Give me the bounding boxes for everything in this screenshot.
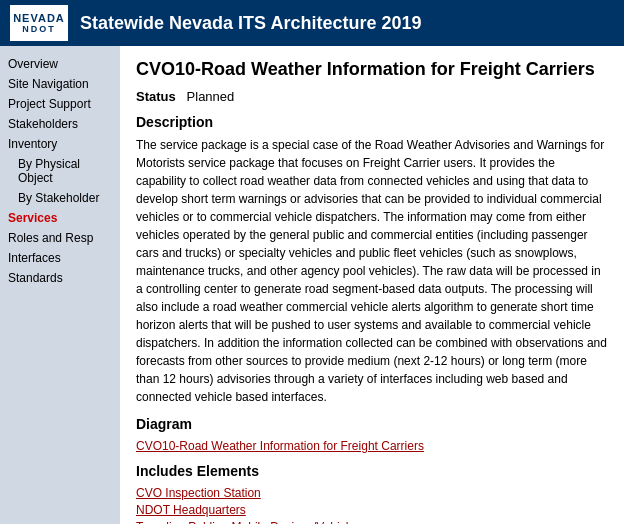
sidebar: OverviewSite NavigationProject SupportSt…: [0, 46, 120, 524]
main-content: CVO10-Road Weather Information for Freig…: [120, 46, 624, 524]
diagram-link[interactable]: CVO10-Road Weather Information for Freig…: [136, 439, 424, 453]
status-row: Status Planned: [136, 89, 608, 104]
logo-nevada-text: NEVADA: [13, 12, 65, 24]
app-header: NEVADA NDOT Statewide Nevada ITS Archite…: [0, 0, 624, 46]
includes-heading: Includes Elements: [136, 463, 608, 479]
sidebar-item-standards[interactable]: Standards: [4, 268, 116, 288]
sidebar-item-stakeholders[interactable]: Stakeholders: [4, 114, 116, 134]
element-link[interactable]: Traveling Public - Mobile Devices/Vehicl…: [136, 520, 361, 524]
element-link[interactable]: NDOT Headquarters: [136, 503, 246, 517]
description-heading: Description: [136, 114, 608, 130]
sidebar-item-roles-and-resp[interactable]: Roles and Resp: [4, 228, 116, 248]
element-link[interactable]: CVO Inspection Station: [136, 486, 261, 500]
ndot-logo: NEVADA NDOT: [10, 5, 68, 41]
page-title: CVO10-Road Weather Information for Freig…: [136, 58, 608, 81]
sidebar-item-site-navigation[interactable]: Site Navigation: [4, 74, 116, 94]
sidebar-item-services[interactable]: Services: [4, 208, 116, 228]
main-layout: OverviewSite NavigationProject SupportSt…: [0, 46, 624, 524]
sidebar-item-interfaces[interactable]: Interfaces: [4, 248, 116, 268]
sidebar-item-inventory[interactable]: Inventory: [4, 134, 116, 154]
status-value: Planned: [187, 89, 235, 104]
description-text: The service package is a special case of…: [136, 136, 608, 406]
diagram-heading: Diagram: [136, 416, 608, 432]
includes-elements-list: CVO Inspection StationNDOT HeadquartersT…: [136, 485, 608, 524]
logo-ndot-text: NDOT: [22, 24, 56, 34]
app-title: Statewide Nevada ITS Architecture 2019: [80, 13, 421, 34]
status-label: Status: [136, 89, 176, 104]
sidebar-item-by-physical-object[interactable]: By Physical Object: [4, 154, 116, 188]
sidebar-item-project-support[interactable]: Project Support: [4, 94, 116, 114]
sidebar-item-overview[interactable]: Overview: [4, 54, 116, 74]
sidebar-item-by-stakeholder[interactable]: By Stakeholder: [4, 188, 116, 208]
